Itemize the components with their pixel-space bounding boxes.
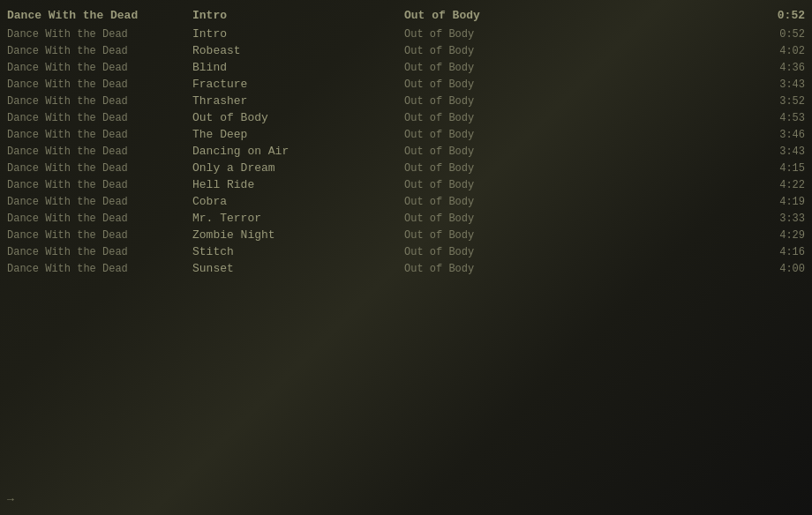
track-duration: 4:02 — [752, 45, 805, 57]
track-album: Out of Body — [404, 246, 752, 258]
track-duration: 3:43 — [752, 146, 805, 158]
track-artist: Dance With the Dead — [7, 263, 192, 275]
track-title: Mr. Terror — [192, 212, 404, 225]
track-album: Out of Body — [404, 162, 752, 175]
track-artist: Dance With the Dead — [7, 28, 192, 41]
track-duration: 4:00 — [752, 263, 805, 275]
track-row[interactable]: Dance With the DeadThe DeepOut of Body3:… — [0, 126, 812, 143]
track-title: Zombie Night — [192, 228, 404, 242]
track-row[interactable]: Dance With the DeadFractureOut of Body3:… — [0, 76, 812, 93]
track-title: Thrasher — [192, 94, 404, 108]
track-title: Fracture — [192, 78, 404, 91]
track-duration: 0:52 — [752, 28, 805, 41]
track-duration: 4:15 — [752, 162, 805, 175]
track-header-row: Dance With the Dead Intro Out of Body 0:… — [0, 7, 812, 24]
track-artist: Dance With the Dead — [7, 146, 192, 158]
track-row[interactable]: Dance With the DeadBlindOut of Body4:36 — [0, 59, 812, 76]
track-row[interactable]: Dance With the DeadDancing on AirOut of … — [0, 143, 812, 160]
track-artist: Dance With the Dead — [7, 112, 192, 124]
track-row[interactable]: Dance With the DeadMr. TerrorOut of Body… — [0, 210, 812, 227]
track-album: Out of Body — [404, 213, 752, 225]
header-duration: 0:52 — [752, 9, 805, 22]
track-album: Out of Body — [404, 146, 752, 158]
track-row[interactable]: Dance With the DeadThrasherOut of Body3:… — [0, 93, 812, 109]
track-artist: Dance With the Dead — [7, 179, 192, 191]
track-artist: Dance With the Dead — [7, 45, 192, 57]
track-album: Out of Body — [404, 196, 752, 208]
track-title: Dancing on Air — [192, 145, 404, 158]
track-artist: Dance With the Dead — [7, 78, 192, 91]
track-row[interactable]: Dance With the DeadRobeastOut of Body4:0… — [0, 42, 812, 59]
track-title: Intro — [192, 27, 404, 41]
track-album: Out of Body — [404, 263, 752, 275]
track-artist: Dance With the Dead — [7, 95, 192, 108]
track-duration: 4:53 — [752, 112, 805, 124]
track-row[interactable]: Dance With the DeadZombie NightOut of Bo… — [0, 227, 812, 243]
track-title: Sunset — [192, 262, 404, 275]
track-title: Out of Body — [192, 111, 404, 124]
track-artist: Dance With the Dead — [7, 229, 192, 242]
track-title: Only a Dream — [192, 161, 404, 175]
track-artist: Dance With the Dead — [7, 129, 192, 141]
track-album: Out of Body — [404, 45, 752, 57]
track-album: Out of Body — [404, 112, 752, 124]
track-row[interactable]: Dance With the DeadOut of BodyOut of Bod… — [0, 109, 812, 126]
track-title: Robeast — [192, 44, 404, 57]
track-list: Dance With the Dead Intro Out of Body 0:… — [0, 0, 812, 284]
track-duration: 3:52 — [752, 95, 805, 108]
track-album: Out of Body — [404, 95, 752, 108]
track-row[interactable]: Dance With the DeadStitchOut of Body4:16 — [0, 243, 812, 260]
arrow-indicator: → — [7, 493, 14, 506]
track-duration: 3:46 — [752, 129, 805, 141]
track-title: Cobra — [192, 195, 404, 208]
track-artist: Dance With the Dead — [7, 213, 192, 225]
track-album: Out of Body — [404, 129, 752, 141]
track-duration: 4:19 — [752, 196, 805, 208]
track-artist: Dance With the Dead — [7, 246, 192, 258]
track-title: Blind — [192, 61, 404, 74]
track-duration: 4:29 — [752, 229, 805, 242]
track-duration: 3:43 — [752, 78, 805, 91]
track-duration: 4:22 — [752, 179, 805, 191]
track-artist: Dance With the Dead — [7, 196, 192, 208]
track-title: Stitch — [192, 245, 404, 258]
track-title: Hell Ride — [192, 178, 404, 191]
track-duration: 3:33 — [752, 213, 805, 225]
track-album: Out of Body — [404, 179, 752, 191]
track-row[interactable]: Dance With the DeadCobraOut of Body4:19 — [0, 193, 812, 210]
track-artist: Dance With the Dead — [7, 62, 192, 74]
track-duration: 4:16 — [752, 246, 805, 258]
track-row[interactable]: Dance With the DeadHell RideOut of Body4… — [0, 176, 812, 193]
track-album: Out of Body — [404, 78, 752, 91]
track-row[interactable]: Dance With the DeadOnly a DreamOut of Bo… — [0, 160, 812, 176]
track-album: Out of Body — [404, 229, 752, 242]
header-artist: Dance With the Dead — [7, 9, 192, 22]
track-title: The Deep — [192, 128, 404, 141]
header-album: Out of Body — [404, 9, 752, 22]
track-album: Out of Body — [404, 62, 752, 74]
track-row[interactable]: Dance With the DeadIntroOut of Body0:52 — [0, 26, 812, 42]
track-album: Out of Body — [404, 28, 752, 41]
track-row[interactable]: Dance With the DeadSunsetOut of Body4:00 — [0, 260, 812, 277]
header-title: Intro — [192, 9, 404, 22]
track-artist: Dance With the Dead — [7, 162, 192, 175]
track-duration: 4:36 — [752, 62, 805, 74]
